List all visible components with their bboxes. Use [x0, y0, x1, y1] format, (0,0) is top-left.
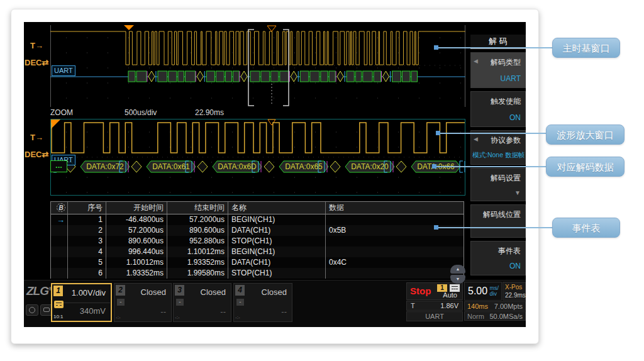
- channel-2-badge: 2: [116, 285, 125, 296]
- event-table-corner: B: [51, 202, 68, 214]
- menu-item-trigger-enable[interactable]: 触发使能 ON: [470, 91, 526, 127]
- trigger-type-box[interactable]: UART: [406, 311, 463, 321]
- menu-item-label: 解码线位置: [483, 209, 521, 220]
- event-row-index[interactable]: 5: [68, 257, 106, 268]
- event-row-end[interactable]: 57.2000us: [167, 214, 228, 225]
- row-marker-cell: [51, 257, 68, 268]
- channel-2-status: Closed: [141, 287, 166, 297]
- event-row-name[interactable]: STOP(CH1): [228, 268, 326, 279]
- coupling-placeholder: -: [236, 299, 244, 306]
- channel-4-status: Closed: [262, 287, 287, 297]
- xpos-label: X-Pos: [505, 284, 522, 291]
- record-box: 140ms 7.00Mpts: [464, 301, 526, 311]
- event-row-index[interactable]: 4: [68, 247, 106, 257]
- annotated-screenshot: T→ DEC⇄ UART ZOOM 500us/div 22.90ms T→ D…: [0, 0, 644, 361]
- callout-event-table: 事件表: [552, 218, 620, 238]
- event-row-name[interactable]: STOP(CH1): [228, 236, 326, 247]
- decode-line-marker-zoom[interactable]: DEC⇄: [25, 150, 48, 159]
- menu-item-decode-type[interactable]: ◀ 解码类型 UART: [470, 52, 526, 88]
- menu-item-value: ON: [509, 262, 521, 270]
- event-row-name[interactable]: BEGIN(CH1): [228, 247, 326, 257]
- trigger-level-marker-zoom[interactable]: T→: [30, 133, 43, 142]
- event-row-data[interactable]: [326, 247, 464, 257]
- acquire-mode: Norm: [467, 312, 484, 321]
- event-row-end[interactable]: 1.10012ms: [167, 247, 228, 257]
- event-row-start[interactable]: -46.4800us: [106, 214, 167, 225]
- callout-line: [438, 227, 552, 228]
- event-row-end[interactable]: 952.880us: [167, 236, 228, 247]
- menu-item-event-table[interactable]: 事件表 ON: [470, 241, 526, 275]
- decode-line-marker-main[interactable]: DEC⇄: [25, 58, 48, 67]
- callout-main-timebase-window: 主时基窗口: [552, 38, 620, 58]
- event-row-end[interactable]: 1.99580ms: [167, 268, 228, 279]
- event-row-index[interactable]: 3: [68, 236, 106, 247]
- event-row-start[interactable]: 890.600us: [106, 236, 167, 247]
- event-row-index[interactable]: 6: [68, 268, 106, 279]
- menu-item-decode-settings[interactable]: 解码设置 ▼: [470, 168, 526, 201]
- event-row-data[interactable]: 0x4C: [326, 257, 464, 268]
- callout-dot-decoded-data: [432, 164, 436, 169]
- scroll-up-button[interactable]: ▲: [450, 265, 465, 274]
- run-state: Stop: [410, 286, 431, 296]
- event-table[interactable]: B 序号 开始时间 结束时间 名称 数据 → 1 -46.4800us 57.2…: [50, 201, 464, 279]
- trigger-level: 1.86V: [440, 301, 458, 311]
- event-row-end[interactable]: 1.93352ms: [167, 257, 228, 268]
- menu-item-label: 解码设置: [491, 173, 521, 184]
- event-row-start[interactable]: 1.10012ms: [106, 257, 167, 268]
- channel-1-box[interactable]: 1 10:1 1.00V/div 340mV: [51, 283, 112, 322]
- callout-dot-main-window: [434, 45, 438, 50]
- event-row-start[interactable]: 996.440us: [106, 247, 167, 257]
- run-state-box[interactable]: Stop 1 Auto: [406, 282, 463, 300]
- event-row-name[interactable]: BEGIN(CH1): [228, 214, 326, 225]
- trigger-level-box[interactable]: T 1.86V: [406, 301, 463, 311]
- zoom-mode-label: ZOOM: [50, 108, 73, 117]
- trigger-level-marker-main[interactable]: T→: [30, 41, 43, 50]
- status-bar: ZLG® 1 10:1 1.00V/div 340mV 2 - -:- Clos…: [24, 280, 526, 327]
- callout-line: [436, 166, 546, 167]
- xpos-box[interactable]: X-Pos 22.9ms: [502, 282, 526, 301]
- row-marker-cell: →: [51, 214, 68, 225]
- event-row-end[interactable]: 890.600us: [167, 225, 228, 236]
- sample-rate: 50.0MSa/s: [489, 312, 523, 321]
- event-row-name[interactable]: DATA(CH1): [228, 257, 326, 268]
- table-scroll-widget[interactable]: ▲ ▼: [450, 265, 465, 284]
- menu-item-value: ON: [509, 113, 521, 122]
- channel-1-badge: 1: [53, 286, 63, 296]
- row-marker-cell: [51, 247, 68, 257]
- xpos-value: 22.9ms: [505, 292, 526, 299]
- dropdown-arrow-icon: ▼: [514, 189, 521, 196]
- bus-icon: B: [57, 203, 65, 212]
- event-row-start[interactable]: 1.93352ms: [106, 268, 167, 279]
- event-row-index[interactable]: 1: [68, 214, 106, 225]
- touch-tool-icon[interactable]: [26, 304, 38, 316]
- scroll-down-button[interactable]: ▼: [450, 275, 465, 284]
- event-row-data[interactable]: [326, 214, 464, 225]
- record-points: 7.00Mpts: [494, 302, 523, 311]
- event-row-data[interactable]: [326, 268, 464, 279]
- menu-item-protocol-params[interactable]: ◀ 协议参数 模式:None 数据帧: [470, 130, 526, 165]
- event-row-name[interactable]: DATA(CH1): [228, 225, 326, 236]
- row-marker-cell: [51, 268, 68, 279]
- acquire-box: Norm 50.0MSa/s: [464, 311, 526, 321]
- event-row-data[interactable]: [326, 236, 464, 247]
- menu-item-decode-line-position[interactable]: 解码线位置: [470, 204, 526, 238]
- timebase-unit: ms/div: [490, 286, 499, 297]
- trigger-mode: Auto: [443, 291, 457, 299]
- channel-3-status: Closed: [201, 287, 226, 297]
- event-row-index[interactable]: 2: [68, 225, 106, 236]
- channel-3-box[interactable]: 3 - -:- Closed --: [173, 283, 231, 322]
- event-row-start[interactable]: 57.2000us: [106, 225, 167, 236]
- probe-placeholder: -:-: [235, 314, 240, 320]
- callout-line: [438, 47, 552, 48]
- decoded-frame: DATA:0x65: [279, 162, 328, 172]
- coupling-placeholder: -: [176, 299, 184, 306]
- channel-4-box[interactable]: 4 - -:- Closed --: [233, 283, 292, 322]
- col-header-index: 序号: [68, 202, 106, 214]
- channel-2-box[interactable]: 2 - -:- Closed --: [114, 283, 172, 322]
- menu-item-label: 事件表: [498, 246, 521, 257]
- decode-continuation-box: ...: [50, 160, 67, 172]
- zoom-scale-label: 500us/div: [125, 108, 157, 117]
- main-timebase-window: [50, 25, 465, 107]
- timebase-scale-box[interactable]: 5.00 ms/div: [464, 282, 502, 301]
- callout-dot-event-table: [434, 225, 438, 230]
